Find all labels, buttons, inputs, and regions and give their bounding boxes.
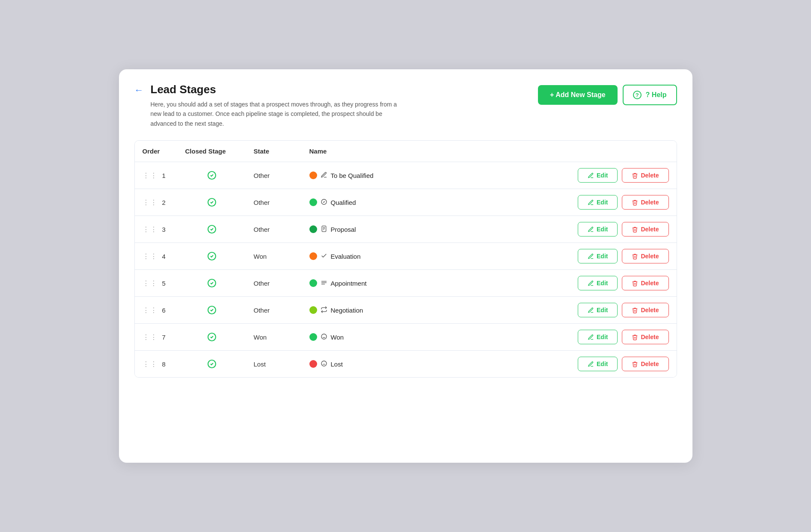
closed-stage-check-icon — [185, 197, 238, 207]
stage-type-icon — [321, 333, 327, 341]
page-description: Here, you should add a set of stages tha… — [151, 100, 407, 128]
edit-icon — [588, 361, 594, 367]
delete-label: Delete — [641, 199, 659, 206]
edit-icon — [588, 226, 594, 233]
row-order-cell: ⋮⋮ 8 — [135, 351, 178, 378]
col-header-order: Order — [135, 141, 178, 162]
stage-name-label: Won — [331, 334, 344, 341]
col-header-actions — [570, 141, 676, 162]
edit-label: Edit — [597, 280, 608, 287]
row-actions-cell: Edit Delete — [570, 243, 676, 270]
row-actions-cell: Edit Delete — [570, 189, 676, 216]
color-indicator — [309, 333, 317, 341]
row-actions-cell: Edit Delete — [570, 351, 676, 378]
stage-name-label: Evaluation — [331, 253, 361, 260]
row-state-cell: Other — [246, 216, 302, 243]
table-row: ⋮⋮ 6 Other Negotiation — [135, 297, 677, 324]
edit-button[interactable]: Edit — [578, 195, 618, 210]
delete-button[interactable]: Delete — [622, 330, 668, 344]
edit-icon — [588, 307, 594, 313]
row-name-cell: Lost — [302, 351, 570, 378]
delete-button[interactable]: Delete — [622, 357, 668, 371]
drag-handle-icon[interactable]: ⋮⋮ — [143, 252, 158, 260]
row-order-cell: ⋮⋮ 4 — [135, 243, 178, 270]
row-name-cell: To be Qualified — [302, 162, 570, 189]
drag-handle-icon[interactable]: ⋮⋮ — [143, 360, 158, 368]
color-indicator — [309, 225, 317, 233]
row-state-cell: Other — [246, 297, 302, 324]
col-header-name: Name — [302, 141, 570, 162]
delete-icon — [632, 199, 638, 206]
table-row: ⋮⋮ 8 Lost Lost Edit — [135, 351, 677, 378]
table-row: ⋮⋮ 4 Won Evaluation — [135, 243, 677, 270]
edit-icon — [588, 334, 594, 340]
delete-button[interactable]: Delete — [622, 168, 668, 183]
edit-label: Edit — [597, 199, 608, 206]
delete-label: Delete — [641, 226, 659, 233]
drag-handle-icon[interactable]: ⋮⋮ — [143, 279, 158, 287]
edit-button[interactable]: Edit — [578, 168, 618, 183]
delete-button[interactable]: Delete — [622, 195, 668, 210]
row-actions-cell: Edit Delete — [570, 297, 676, 324]
drag-handle-icon[interactable]: ⋮⋮ — [143, 171, 158, 180]
drag-handle-icon[interactable]: ⋮⋮ — [143, 306, 158, 314]
row-closed-stage-cell — [178, 297, 246, 324]
row-closed-stage-cell — [178, 243, 246, 270]
row-actions-cell: Edit Delete — [570, 162, 676, 189]
col-header-closed-stage: Closed Stage — [178, 141, 246, 162]
row-name-cell: Evaluation — [302, 243, 570, 270]
delete-button[interactable]: Delete — [622, 303, 668, 317]
edit-label: Edit — [597, 253, 608, 260]
closed-stage-check-icon — [185, 359, 238, 369]
header-text: Lead Stages Here, you should add a set o… — [151, 83, 407, 128]
stage-type-icon — [321, 279, 327, 287]
drag-handle-icon[interactable]: ⋮⋮ — [143, 198, 158, 207]
row-closed-stage-cell — [178, 270, 246, 297]
order-number: 1 — [162, 172, 166, 179]
col-header-state: State — [246, 141, 302, 162]
drag-handle-icon[interactable]: ⋮⋮ — [143, 225, 158, 233]
header-left: ← Lead Stages Here, you should add a set… — [134, 83, 407, 128]
delete-label: Delete — [641, 280, 659, 287]
help-button[interactable]: ? ? Help — [623, 85, 677, 105]
color-indicator — [309, 306, 317, 314]
row-order-cell: ⋮⋮ 2 — [135, 189, 178, 216]
delete-icon — [632, 280, 638, 287]
edit-label: Edit — [597, 172, 608, 179]
edit-button[interactable]: Edit — [578, 222, 618, 236]
delete-button[interactable]: Delete — [622, 222, 668, 236]
edit-button[interactable]: Edit — [578, 276, 618, 290]
delete-label: Delete — [641, 334, 659, 340]
edit-button[interactable]: Edit — [578, 249, 618, 263]
edit-icon — [588, 253, 594, 260]
delete-label: Delete — [641, 361, 659, 367]
row-state-cell: Other — [246, 189, 302, 216]
order-number: 4 — [162, 253, 166, 260]
header-actions: + Add New Stage ? ? Help — [538, 85, 677, 105]
delete-button[interactable]: Delete — [622, 249, 668, 263]
edit-button[interactable]: Edit — [578, 303, 618, 317]
table-row: ⋮⋮ 2 Other Qualified — [135, 189, 677, 216]
stage-name-label: Appointment — [331, 280, 367, 287]
order-number: 2 — [162, 199, 166, 206]
row-order-cell: ⋮⋮ 3 — [135, 216, 178, 243]
delete-button[interactable]: Delete — [622, 276, 668, 290]
delete-icon — [632, 334, 638, 340]
stage-type-icon — [321, 360, 327, 368]
closed-stage-check-icon — [185, 170, 238, 180]
add-new-stage-button[interactable]: + Add New Stage — [538, 85, 618, 105]
color-indicator — [309, 198, 317, 206]
row-actions-cell: Edit Delete — [570, 216, 676, 243]
back-button[interactable]: ← — [134, 86, 144, 95]
row-state-cell: Won — [246, 324, 302, 351]
drag-handle-icon[interactable]: ⋮⋮ — [143, 333, 158, 341]
delete-label: Delete — [641, 253, 659, 260]
stages-table: Order Closed Stage State Name ⋮⋮ 1 — [135, 141, 677, 377]
order-number: 7 — [162, 334, 166, 341]
edit-button[interactable]: Edit — [578, 330, 618, 344]
edit-button[interactable]: Edit — [578, 357, 618, 371]
order-number: 3 — [162, 226, 166, 233]
row-closed-stage-cell — [178, 324, 246, 351]
closed-stage-check-icon — [185, 305, 238, 315]
row-actions-cell: Edit Delete — [570, 270, 676, 297]
